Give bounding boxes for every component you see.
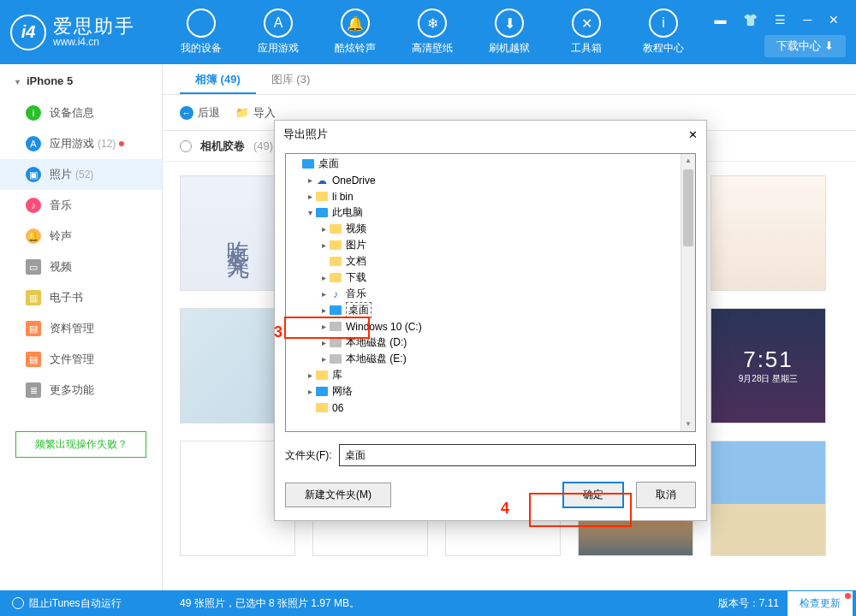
download-center-button[interactable]: 下载中心 ⬇ <box>764 35 846 57</box>
tree-row[interactable]: ▸本地磁盘 (E:) <box>286 351 681 367</box>
sidebar-item-icon: ▤ <box>26 321 41 336</box>
topnav-item[interactable]: 我的设备 <box>163 9 240 56</box>
tree-node-icon <box>329 272 342 284</box>
tree-row[interactable]: 文档 <box>286 253 681 270</box>
lockscreen-time: 7:51 <box>743 346 794 373</box>
app-url: www.i4.cn <box>53 36 135 48</box>
scroll-up-icon[interactable]: ▲ <box>681 154 695 168</box>
folder-tree[interactable]: 桌面▸☁OneDrive▸li bin▾此电脑▸视频▸图片文档▸下载▸♪音乐▸桌… <box>286 154 681 431</box>
topnav-item[interactable]: i教程中心 <box>625 9 702 56</box>
sidebar-item[interactable]: 🔔铃声 <box>0 221 162 252</box>
sidebar-item-label: 照片 <box>50 167 72 182</box>
close-icon[interactable]: ✕ <box>688 128 698 141</box>
topnav-item[interactable]: ✕工具箱 <box>548 9 625 56</box>
expander-icon[interactable]: ▸ <box>305 192 315 201</box>
import-button[interactable]: 📁 导入 <box>235 105 276 121</box>
tree-node-icon <box>329 353 342 365</box>
sidebar-item[interactable]: i设备信息 <box>0 98 162 128</box>
topnav-icon: 🔔 <box>341 9 370 38</box>
selection-status: 49 张照片，已选中 8 张照片 1.97 MB。 <box>163 596 718 611</box>
device-header[interactable]: iPhone 5 <box>0 64 162 98</box>
dialog-title: 导出照片 <box>283 127 328 142</box>
sidebar-item-icon: ▤ <box>26 352 41 367</box>
expander-icon[interactable]: ▸ <box>318 289 329 299</box>
sidebar-item[interactable]: ▭视频 <box>0 252 162 282</box>
logo-icon: i4 <box>10 15 46 50</box>
photo-thumbnail[interactable]: 7:51 9月28日 星期三 <box>710 308 826 424</box>
radio-unselected-icon[interactable] <box>180 140 192 152</box>
expander-icon[interactable]: ▸ <box>305 370 315 380</box>
folder-field-label: 文件夹(F): <box>285 448 332 463</box>
tree-row[interactable]: ▸下载 <box>286 270 681 286</box>
dialog-titlebar[interactable]: 导出照片 ✕ <box>275 121 706 148</box>
sidebar-item[interactable]: ♪音乐 <box>0 190 162 221</box>
tree-node-label: OneDrive <box>332 175 376 187</box>
sidebar-item-label: 电子书 <box>50 290 83 305</box>
tab-bar: 相簿 (49)图库 (3) <box>163 64 856 95</box>
tab[interactable]: 图库 (3) <box>256 64 326 94</box>
app-title: 爱思助手 <box>53 17 135 36</box>
topnav-label: 应用游戏 <box>240 41 317 56</box>
sidebar-item-icon: A <box>26 136 41 151</box>
tree-row[interactable]: 06 <box>286 400 681 416</box>
topnav-item[interactable]: ❄高清壁纸 <box>394 9 471 56</box>
sidebar-item[interactable]: ▥电子书 <box>0 282 162 313</box>
version-label: 版本号：7.11 <box>718 596 779 611</box>
tree-row[interactable]: ▸图片 <box>286 237 681 253</box>
tree-node-label: 库 <box>332 368 342 382</box>
sidebar-item-label: 资料管理 <box>50 321 94 336</box>
topnav-icon: ⬇ <box>495 9 524 38</box>
tree-node-label: 本地磁盘 (E:) <box>346 352 407 366</box>
expander-icon[interactable]: ▸ <box>318 240 329 250</box>
help-link[interactable]: 频繁出现操作失败？ <box>15 431 146 458</box>
sidebar-item[interactable]: ▣照片(52) <box>0 159 162 190</box>
tree-row[interactable]: ▸♪音乐 <box>286 286 681 302</box>
topnav-label: 刷机越狱 <box>471 41 548 56</box>
topnav-item[interactable]: ⬇刷机越狱 <box>471 9 548 56</box>
expander-icon[interactable]: ▸ <box>318 273 329 282</box>
tree-row[interactable]: ▸库 <box>286 367 681 383</box>
tree-node-icon: ☁ <box>315 175 329 187</box>
toggle-icon[interactable] <box>12 597 24 609</box>
expander-icon[interactable]: ▸ <box>305 175 315 185</box>
annotation-4-box <box>529 493 632 527</box>
new-folder-button[interactable]: 新建文件夹(M) <box>285 483 391 507</box>
tree-row[interactable]: 桌面 <box>286 156 681 172</box>
scroll-down-icon[interactable]: ▼ <box>681 418 695 431</box>
window-controls[interactable]: ▬ 👕 ☰ ─ ✕ <box>715 13 846 27</box>
folder-import-icon: 📁 <box>235 106 249 119</box>
expander-icon[interactable]: ▸ <box>318 305 329 315</box>
topnav-item[interactable]: A应用游戏 <box>240 9 317 56</box>
topnav-icon: i <box>649 9 678 38</box>
sidebar-item[interactable]: ≣更多功能 <box>0 375 162 406</box>
sidebar-item-icon: ≣ <box>26 382 41 398</box>
photo-thumbnail[interactable] <box>710 441 826 556</box>
scroll-thumb[interactable] <box>683 169 693 246</box>
sidebar-item-icon: i <box>26 105 41 121</box>
topnav-label: 工具箱 <box>548 41 625 56</box>
expander-icon[interactable]: ▸ <box>318 354 329 364</box>
topnav-item[interactable]: 🔔酷炫铃声 <box>317 9 394 56</box>
sidebar-item-count: (12) <box>98 138 116 150</box>
tree-row[interactable]: ▸视频 <box>286 221 681 237</box>
tree-row[interactable]: ▾此电脑 <box>286 204 681 221</box>
check-update-button[interactable]: 检查更新 <box>788 591 853 616</box>
photo-thumbnail[interactable] <box>710 175 826 291</box>
tree-row[interactable]: ▸☁OneDrive <box>286 172 681 188</box>
tree-row[interactable]: ▸li bin <box>286 188 681 204</box>
cancel-button[interactable]: 取消 <box>636 482 696 508</box>
back-button[interactable]: ← 后退 <box>180 105 220 121</box>
sidebar-item[interactable]: ▤资料管理 <box>0 313 162 344</box>
sidebar-item[interactable]: A应用游戏(12) <box>0 128 162 159</box>
expander-icon[interactable]: ▾ <box>305 208 315 217</box>
folder-input[interactable] <box>339 444 696 466</box>
expander-icon[interactable]: ▸ <box>318 224 329 234</box>
scrollbar[interactable]: ▲ ▼ <box>681 154 695 431</box>
top-nav: 我的设备A应用游戏🔔酷炫铃声❄高清壁纸⬇刷机越狱✕工具箱i教程中心 <box>163 9 715 56</box>
tree-row[interactable]: ▸网络 <box>286 383 681 400</box>
tab[interactable]: 相簿 (49) <box>180 64 256 94</box>
sidebar-item[interactable]: ▤文件管理 <box>0 344 162 375</box>
itunes-toggle-label[interactable]: 阻止iTunes自动运行 <box>29 596 122 611</box>
expander-icon[interactable]: ▸ <box>318 338 329 347</box>
expander-icon[interactable]: ▸ <box>305 387 315 396</box>
